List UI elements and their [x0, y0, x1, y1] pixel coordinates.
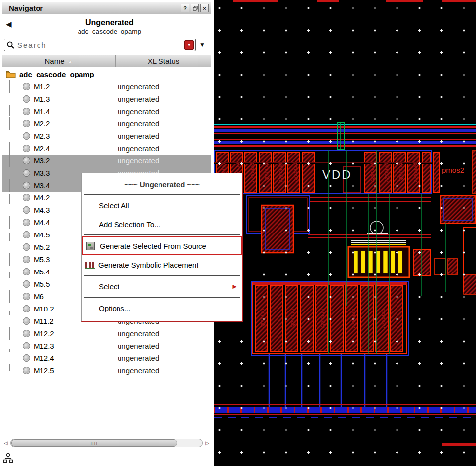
- navigator-header-text: Ungenerated adc_cascode_opamp: [12, 18, 207, 35]
- close-button[interactable]: ×: [200, 4, 209, 12]
- tree-row-m12-3[interactable]: M12.3ungenerated: [2, 340, 211, 352]
- generation-state-title: Ungenerated: [12, 18, 207, 27]
- tree-branch-lines: [2, 179, 23, 192]
- layout-editor-canvas[interactable]: pmos2v pmos2v pmos2v pmos2v pmos2v pmos2…: [214, 0, 476, 466]
- instance-icon: [23, 157, 30, 164]
- folder-icon: [6, 71, 16, 78]
- tree-branch-lines: [2, 303, 23, 315]
- menu-item-select[interactable]: Select▶: [82, 277, 242, 296]
- instance-icon: [23, 169, 30, 177]
- tree-row-m2-2[interactable]: M2.2ungenerated: [2, 117, 211, 130]
- tree-branch-lines: [2, 229, 23, 241]
- tree-branch-lines: [2, 340, 23, 352]
- tree-item-label: M3.2: [34, 156, 118, 165]
- tree-row-m1-2[interactable]: M1.2ungenerated: [2, 80, 211, 93]
- scrollbar-track[interactable]: ||||: [10, 439, 203, 447]
- instance-icon: [23, 219, 30, 226]
- menu-item-label: Options...: [99, 304, 130, 312]
- tree-branch-lines: [2, 216, 23, 229]
- scrollbar-thumb[interactable]: ||||: [11, 439, 177, 447]
- column-status-label: XL Status: [148, 57, 179, 65]
- layout-editor-area[interactable]: pmos2v pmos2v pmos2v pmos2v pmos2v pmos2…: [214, 0, 476, 466]
- tree-item-status: ungenerated: [118, 82, 159, 91]
- tree-item-status: ungenerated: [118, 366, 159, 375]
- symbolic-placement-icon: [85, 262, 95, 269]
- tree-branch-lines: [2, 155, 23, 167]
- search-input[interactable]: [16, 40, 184, 50]
- tree-branch-lines: [2, 327, 23, 340]
- dropdown-icon: ▼: [187, 43, 191, 47]
- search-filter-button[interactable]: ▼: [184, 40, 194, 50]
- instance-icon: [23, 305, 30, 312]
- tree-row-m1-3[interactable]: M1.3ungenerated: [2, 93, 211, 105]
- close-icon: ×: [203, 5, 206, 11]
- instance-icon: [23, 120, 30, 127]
- menu-item-generate-selected-from-source[interactable]: Generate Selected From Source: [82, 236, 242, 255]
- instance-icon: [23, 206, 30, 214]
- column-headers: Name ▲ XL Status: [2, 55, 211, 67]
- tree-item-label: M12.5: [34, 366, 118, 375]
- tree-branch-lines: [2, 130, 23, 142]
- scrollbar-grip: ||||: [91, 441, 98, 445]
- tree-item-label: M12.4: [34, 354, 118, 362]
- instance-icon: [23, 342, 30, 350]
- menu-icon-spacer: [85, 304, 95, 312]
- sort-ascending-icon: ▲: [68, 59, 73, 64]
- scroll-right-icon[interactable]: ▷: [204, 440, 210, 446]
- tree-item-label: M2.3: [34, 132, 118, 140]
- tree-row-m1-4[interactable]: M1.4ungenerated: [2, 105, 211, 117]
- tree-row-m3-2[interactable]: M3.2ungenerated: [2, 155, 211, 167]
- search-history-dropdown-icon[interactable]: ▼: [199, 41, 205, 48]
- menu-item-label: Generate Symbolic Placement: [98, 261, 198, 269]
- tree-row-m12-4[interactable]: M12.4ungenerated: [2, 352, 211, 364]
- grid-dots-overlay: [214, 0, 476, 466]
- navigator-titlebar[interactable]: Navigator ? ×: [2, 2, 211, 14]
- menu-icon-spacer: [85, 220, 95, 228]
- instance-icon: [23, 256, 30, 263]
- instance-icon: [23, 367, 30, 374]
- tree-branch-lines: [2, 167, 23, 179]
- column-header-xl-status[interactable]: XL Status: [116, 55, 211, 67]
- menu-separator: [84, 234, 240, 235]
- tree-root-row[interactable]: adc_cascode_opamp: [2, 68, 211, 80]
- menu-item-add-selection-to[interactable]: Add Selection To...: [82, 215, 242, 233]
- restore-button[interactable]: [191, 4, 199, 12]
- tree-row-m2-4[interactable]: M2.4ungenerated: [2, 142, 211, 155]
- horizontal-scrollbar[interactable]: ◁ |||| ▷: [2, 439, 211, 447]
- tree-item-label: M12.2: [34, 329, 118, 338]
- tree-branch-lines: [2, 290, 23, 303]
- tree-row-m12-5[interactable]: M12.5ungenerated: [2, 364, 211, 377]
- tree-row-m2-3[interactable]: M2.3ungenerated: [2, 130, 211, 142]
- instance-icon: [23, 354, 30, 362]
- tree-root-label: adc_cascode_opamp: [19, 70, 94, 78]
- context-menu: ~~~ Ungenerated ~~~Select AllAdd Selecti…: [81, 173, 243, 322]
- menu-item-options[interactable]: Options...: [82, 299, 242, 317]
- menu-item-select-all[interactable]: Select All: [82, 196, 242, 215]
- hierarchy-icon[interactable]: [3, 453, 13, 463]
- help-button[interactable]: ?: [181, 4, 189, 12]
- tree-item-status: ungenerated: [118, 132, 159, 140]
- menu-icon-spacer: [85, 282, 95, 290]
- instance-icon: [23, 268, 30, 275]
- tree-row-m12-2[interactable]: M12.2ungenerated: [2, 327, 211, 340]
- tree-branch-lines: [2, 315, 23, 327]
- instance-icon: [23, 293, 30, 300]
- scroll-left-icon[interactable]: ◁: [3, 440, 9, 446]
- tree-item-label: M1.3: [34, 95, 118, 103]
- search-box: ▼: [4, 39, 196, 51]
- back-icon[interactable]: ◀: [6, 20, 12, 29]
- menu-item-label: Generate Selected From Source: [100, 242, 206, 250]
- tree-branch-lines: [2, 117, 23, 130]
- instance-icon: [23, 243, 30, 251]
- instance-icon: [23, 108, 30, 115]
- help-icon: ?: [183, 5, 187, 11]
- menu-item-generate-symbolic-placement[interactable]: Generate Symbolic Placement: [82, 255, 242, 274]
- tree-item-label: M2.2: [34, 119, 118, 128]
- tree-item-status: ungenerated: [118, 119, 159, 128]
- column-header-name[interactable]: Name ▲: [2, 55, 116, 67]
- cell-name: adc_cascode_opamp: [12, 28, 207, 35]
- tree-branch-lines: [2, 352, 23, 364]
- titlebar-buttons: ? ×: [181, 4, 209, 12]
- tree-item-status: ungenerated: [118, 342, 159, 350]
- instance-icon: [23, 280, 30, 288]
